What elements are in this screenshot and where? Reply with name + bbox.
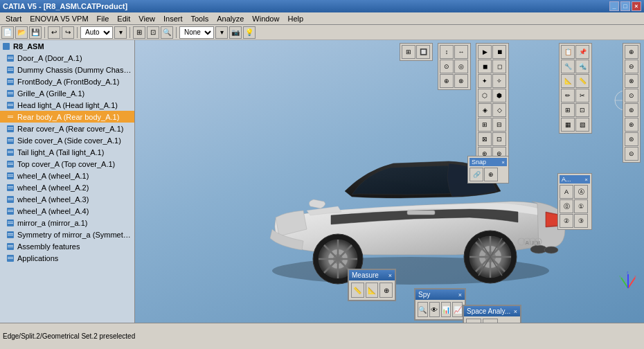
- rt4-btn12[interactable]: ▧: [575, 118, 589, 132]
- spy-close[interactable]: ×: [458, 292, 462, 298]
- measure-btn2[interactable]: 📐: [366, 283, 379, 298]
- fr-btn5[interactable]: ⊚: [625, 103, 638, 117]
- tree-item[interactable]: Door_A (Door_A.1): [0, 52, 134, 64]
- attr-mode[interactable]: None All: [179, 26, 214, 39]
- tree-item[interactable]: Applications: [0, 252, 134, 264]
- spy-btn1[interactable]: 🔍: [418, 302, 428, 317]
- ft2-btn1[interactable]: ↕: [440, 45, 454, 59]
- menu-insert[interactable]: Insert: [159, 14, 187, 24]
- ft3-btn6[interactable]: ✧: [492, 74, 506, 88]
- measure-titlebar[interactable]: Measure ×: [349, 270, 395, 280]
- tree-item[interactable]: wheel_A (wheel_A.2): [0, 181, 134, 193]
- ft5-btn6[interactable]: ③: [574, 214, 588, 228]
- menu-help[interactable]: Help: [283, 14, 307, 24]
- ft1-btn2[interactable]: 🔲: [416, 45, 430, 59]
- ft2-btn2[interactable]: ↔: [454, 45, 468, 59]
- ft5-btn3[interactable]: ⓪: [560, 199, 573, 213]
- tree-item[interactable]: FrontBody_A (FrontBody_A.1): [0, 75, 134, 87]
- ft2-btn4[interactable]: ◎: [454, 60, 468, 73]
- ft3-btn11[interactable]: ⊞: [478, 118, 492, 132]
- tb-btn2[interactable]: ⊡: [147, 26, 159, 39]
- fr-btn6[interactable]: ⊛: [625, 118, 638, 132]
- menu-window[interactable]: Window: [248, 14, 283, 24]
- ft5-btn1[interactable]: A: [560, 185, 573, 199]
- tb-open[interactable]: 📂: [15, 26, 28, 39]
- ft3-btn12[interactable]: ⊟: [492, 118, 506, 132]
- ft2-btn5[interactable]: ⊕: [440, 74, 454, 88]
- tb-save[interactable]: 💾: [29, 26, 42, 39]
- rt4-btn10[interactable]: ⊡: [575, 103, 589, 117]
- fr-btn4[interactable]: ⊙: [625, 89, 638, 102]
- ft3-btn3[interactable]: ◼: [478, 60, 492, 73]
- ft3-btn7[interactable]: ⬡: [478, 89, 492, 102]
- measure-btn1[interactable]: 📏: [351, 283, 364, 298]
- fr-btn2[interactable]: ⊖: [625, 60, 638, 73]
- tb-render[interactable]: ▾: [215, 26, 228, 39]
- ft5-btn5[interactable]: ②: [560, 214, 573, 228]
- ft3-btn5[interactable]: ✦: [478, 74, 492, 88]
- tb-btn1[interactable]: ⊞: [133, 26, 145, 39]
- ft2-btn6[interactable]: ⊗: [454, 74, 468, 88]
- spy-titlebar[interactable]: Spy ×: [415, 289, 465, 300]
- menu-tools[interactable]: Tools: [186, 14, 213, 24]
- rt4-btn1[interactable]: 📋: [561, 45, 575, 59]
- ft3-btn14[interactable]: ⊡: [492, 132, 506, 146]
- tree-item[interactable]: Tail light_A (Tail light_A.1): [0, 146, 134, 158]
- fr-btn3[interactable]: ⊗: [625, 74, 638, 88]
- menu-file[interactable]: File: [93, 14, 114, 24]
- tree-item[interactable]: Assembly features: [0, 240, 134, 252]
- ft5-btn4[interactable]: ①: [574, 199, 588, 213]
- spy-btn4[interactable]: 📈: [452, 302, 463, 317]
- tree-item[interactable]: Side cover_A (Side cover_A.1): [0, 134, 134, 146]
- tree-item[interactable]: wheel_A (wheel_A.1): [0, 170, 134, 181]
- ft3-btn4[interactable]: ◻: [492, 60, 506, 73]
- select-mode[interactable]: Auto: [80, 26, 113, 39]
- space-analysis-close[interactable]: ×: [514, 308, 517, 315]
- rt4-btn6[interactable]: 📏: [575, 74, 589, 88]
- measure-btn3[interactable]: ⊕: [379, 283, 393, 298]
- tb-light[interactable]: 💡: [243, 26, 256, 39]
- spy-btn2[interactable]: 👁: [429, 302, 440, 317]
- rt4-btn5[interactable]: 📐: [561, 74, 575, 88]
- minimize-button[interactable]: _: [609, 1, 619, 11]
- menu-enovia[interactable]: ENOVIA V5 VPM: [26, 14, 92, 24]
- tb-select[interactable]: ▾: [114, 26, 127, 39]
- tree-item[interactable]: Grille_A (Grille_A.1): [0, 87, 134, 99]
- tb-redo[interactable]: ↪: [62, 26, 74, 39]
- fr-btn7[interactable]: ⊜: [625, 132, 638, 146]
- ft3-btn2[interactable]: ⏹: [492, 45, 506, 59]
- menu-start[interactable]: Start: [1, 14, 26, 24]
- menu-edit[interactable]: Edit: [113, 14, 134, 24]
- rt4-btn4[interactable]: 🔩: [575, 60, 589, 73]
- tree-item[interactable]: Rear cover_A (Rear cover_A.1): [0, 123, 134, 134]
- close-button[interactable]: ×: [632, 1, 641, 11]
- tree-item[interactable]: Symmetry of mirror_a (Symmetry of mirror…: [0, 229, 134, 240]
- measure-close[interactable]: ×: [388, 272, 392, 279]
- ft5-close[interactable]: ×: [584, 177, 588, 183]
- tree-item[interactable]: Head light_A (Head light_A.1): [0, 99, 134, 111]
- rt4-btn3[interactable]: 🔧: [561, 60, 575, 73]
- rt4-btn9[interactable]: ⊞: [561, 103, 575, 117]
- ft3-btn13[interactable]: ⊠: [478, 132, 492, 146]
- tb-camera[interactable]: 📷: [229, 26, 242, 39]
- ft3-btn9[interactable]: ◈: [478, 103, 492, 117]
- tree-item[interactable]: wheel_A (wheel_A.4): [0, 205, 134, 217]
- rt4-btn2[interactable]: 📌: [575, 45, 589, 59]
- tree-item[interactable]: Dummy Chassis (Dummy Chassis.1): [0, 64, 134, 75]
- fr-btn8[interactable]: ⊝: [625, 147, 638, 161]
- ft5-btn2[interactable]: Ⓐ: [574, 185, 588, 199]
- menu-view[interactable]: View: [134, 14, 159, 24]
- tree-item[interactable]: Rear body_A (Rear body_A.1): [0, 111, 134, 123]
- space-analysis-titlebar[interactable]: Space Analy... ×: [464, 306, 520, 316]
- ft3-btn10[interactable]: ◇: [492, 103, 506, 117]
- rt4-btn11[interactable]: ▦: [561, 118, 575, 132]
- tree-root[interactable]: R8_ASM: [0, 40, 134, 52]
- rt4-btn7[interactable]: ✏: [561, 89, 575, 102]
- snap-btn2[interactable]: ⊕: [484, 168, 498, 181]
- ft3-btn1[interactable]: ▶: [478, 45, 492, 59]
- tb-new[interactable]: 📄: [1, 26, 14, 39]
- tree-item[interactable]: Top cover_A (Top cover_A.1): [0, 158, 134, 170]
- tree-item[interactable]: wheel_A (wheel_A.3): [0, 193, 134, 205]
- tb-zoom-in[interactable]: 🔍: [161, 26, 173, 39]
- spy-btn3[interactable]: 📊: [441, 302, 451, 317]
